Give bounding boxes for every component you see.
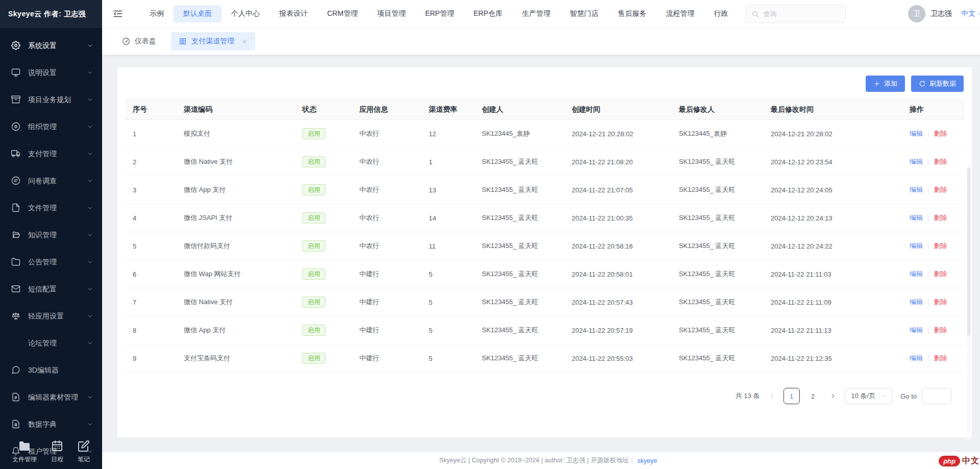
cell-rate: 1 — [421, 148, 474, 176]
sidebar-item-13[interactable]: 3D编辑器 — [0, 357, 102, 384]
top-nav-item-9[interactable]: 生产管理 — [512, 5, 560, 22]
cell-app: 中建行 — [351, 316, 421, 344]
sidebar-item-10[interactable]: 短信配置 — [0, 276, 102, 303]
cell-modifier: SK123455_ 蓝天旺 — [671, 176, 763, 204]
sidebar-item-6[interactable]: 问卷调查 — [0, 167, 102, 194]
tab-bar: 仪表盘支付渠道管理 — [102, 28, 980, 55]
cell-index: 5 — [125, 232, 176, 260]
sidebar-tool-3[interactable]: 笔记 — [78, 440, 90, 464]
edit-link[interactable]: 编辑 — [910, 270, 923, 278]
top-nav-item-6[interactable]: 项目管理 — [368, 5, 415, 22]
cell-creator: SK123455_ 蓝天旺 — [474, 148, 564, 176]
sidebar-item-7[interactable]: 文件管理 — [0, 194, 102, 221]
cell-modified-time: 2024-12-12 20:23:54 — [763, 148, 901, 176]
tab-1[interactable]: 仪表盘 — [114, 32, 164, 51]
sidebar-item-15[interactable]: 数据字典 — [0, 411, 102, 438]
top-nav-item-5[interactable]: CRM管理 — [317, 5, 368, 22]
top-nav-item-2[interactable]: 默认桌面 — [174, 5, 222, 22]
cell-status: 启用 — [294, 288, 351, 316]
top-nav-item-11[interactable]: 售后服务 — [608, 5, 656, 22]
delete-link[interactable]: 删除 — [934, 298, 947, 306]
sidebar-item-3[interactable]: 项目业务规划 — [0, 86, 102, 113]
sidebar-item-2[interactable]: 说明设置 — [0, 59, 102, 86]
sidebar-item-8[interactable]: 知识管理 — [0, 221, 102, 249]
menu-fold-icon[interactable] — [109, 5, 127, 22]
edit-link[interactable]: 编辑 — [910, 298, 923, 306]
table-row: 1模拟支付启用中农行12SK123445_袁静2024-12-21 20:28:… — [125, 120, 965, 148]
sidebar-tool-label: 日程 — [51, 455, 63, 464]
delete-link[interactable]: 删除 — [934, 354, 947, 362]
user-name[interactable]: 卫志强 — [930, 9, 952, 18]
delete-link[interactable]: 删除 — [934, 326, 947, 334]
sidebar-item-14[interactable]: 编辑器素材管理 — [0, 384, 102, 411]
sidebar-tool-2[interactable]: 日程 — [51, 440, 63, 464]
folder-solid-icon — [18, 440, 31, 452]
top-nav-item-3[interactable]: 个人中心 — [222, 5, 270, 22]
top-nav-item-12[interactable]: 流程管理 — [656, 5, 704, 22]
edit-link[interactable]: 编辑 — [910, 186, 923, 193]
search-icon — [751, 10, 763, 18]
page-number-2[interactable]: 2 — [805, 388, 821, 404]
page-number-1[interactable]: 1 — [783, 388, 800, 404]
tab-2[interactable]: 支付渠道管理 — [171, 32, 255, 51]
sidebar-item-5[interactable]: 支付管理 — [0, 140, 102, 167]
cell-app: 中农行 — [351, 232, 421, 260]
delete-link[interactable]: 删除 — [934, 214, 947, 221]
top-nav-item-7[interactable]: ERP管理 — [415, 5, 464, 22]
opensource-link[interactable]: skyeye — [638, 457, 657, 464]
sidebar-item-1[interactable]: 系统设置 — [0, 32, 102, 59]
action-divider: | — [927, 326, 929, 334]
top-nav-item-1[interactable]: 示例 — [140, 5, 174, 22]
column-header-9: 最后修改时间 — [763, 100, 901, 120]
sidebar-item-4[interactable]: 组织管理 — [0, 113, 102, 140]
cell-app: 中农行 — [351, 176, 421, 204]
delete-link[interactable]: 删除 — [934, 270, 947, 278]
delete-link[interactable]: 删除 — [934, 158, 947, 165]
sidebar-item-11[interactable]: 轻应用设置 — [0, 303, 102, 330]
edit-link[interactable]: 编辑 — [910, 158, 923, 165]
cell-app: 中建行 — [351, 288, 421, 316]
top-nav-item-10[interactable]: 智慧门店 — [560, 5, 608, 22]
add-button[interactable]: 添加 — [866, 76, 905, 92]
action-divider: | — [927, 214, 929, 221]
delete-link[interactable]: 删除 — [934, 242, 947, 250]
delete-link[interactable]: 删除 — [934, 130, 947, 137]
status-badge: 启用 — [302, 325, 326, 336]
goto-page-input[interactable] — [922, 388, 951, 404]
grid-icon — [179, 37, 187, 45]
table-row: 7微信 Native 支付启用中建行5SK123455_ 蓝天旺2024-11-… — [125, 288, 965, 316]
refresh-icon — [919, 80, 926, 87]
tab-label: 支付渠道管理 — [191, 37, 234, 46]
edit-link[interactable]: 编辑 — [910, 242, 923, 250]
user-area: 卫 卫志强 中文 — [908, 5, 980, 22]
sidebar-tool-1[interactable]: 文件管理 — [12, 440, 37, 464]
refresh-button[interactable]: 刷新数据 — [911, 76, 964, 92]
search-input[interactable] — [763, 10, 835, 18]
close-icon[interactable] — [241, 38, 248, 45]
page-size-select[interactable]: 10 条/页 — [845, 388, 893, 404]
pagination-total: 共 13 条 — [736, 391, 760, 401]
sidebar-item-12[interactable]: 论坛管理 — [0, 330, 102, 357]
edit-link[interactable]: 编辑 — [910, 326, 923, 334]
cell-index: 1 — [125, 120, 176, 148]
sidebar-item-9[interactable]: 公告管理 — [0, 249, 102, 276]
top-nav-items: 示例默认桌面个人中心报表设计CRM管理项目管理ERP管理ERP仓库生产管理智慧门… — [140, 5, 738, 22]
edit-link[interactable]: 编辑 — [910, 130, 923, 137]
top-nav-item-8[interactable]: ERP仓库 — [464, 5, 512, 22]
table-scrollbar[interactable] — [967, 167, 971, 440]
sidebar-item-label: 项目业务规划 — [28, 95, 87, 105]
cell-creator: SK123445_袁静 — [474, 120, 564, 148]
top-nav-item-13[interactable]: 行政 — [704, 5, 738, 22]
pagination-next-icon[interactable] — [829, 392, 837, 400]
pagination-prev-icon[interactable] — [768, 392, 775, 400]
edit-link[interactable]: 编辑 — [910, 354, 923, 362]
top-nav-item-4[interactable]: 报表设计 — [270, 5, 317, 22]
cell-created-time: 2024-11-22 20:58:16 — [564, 232, 671, 260]
page-size-value: 10 条/页 — [851, 391, 876, 401]
sidebar-item-label: 短信配置 — [28, 285, 87, 294]
language-switcher[interactable]: 中文 — [961, 9, 980, 18]
avatar[interactable]: 卫 — [908, 5, 925, 22]
edit-link[interactable]: 编辑 — [910, 214, 923, 221]
folder-icon — [11, 257, 21, 267]
delete-link[interactable]: 删除 — [934, 186, 947, 193]
